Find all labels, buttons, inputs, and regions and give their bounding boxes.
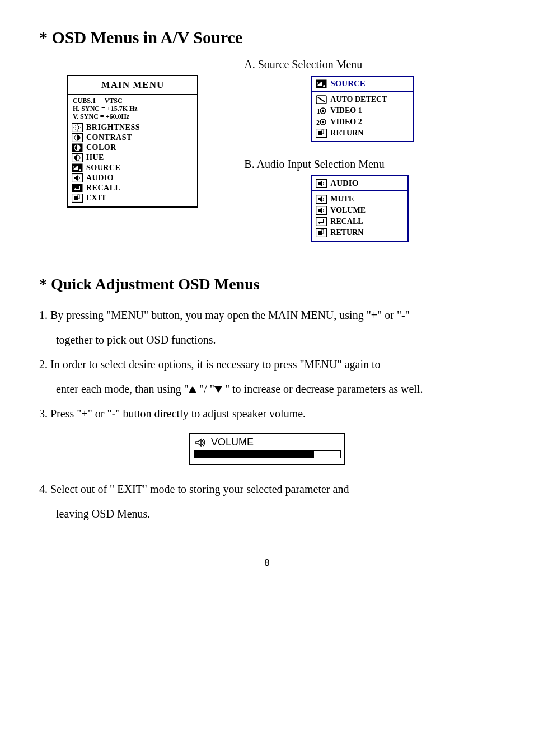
submenus-column: A. Source Selection Menu SOURCE AUTO DET…	[244, 58, 495, 242]
submenu-item-auto-detect[interactable]: AUTO DETECT	[316, 94, 410, 105]
audio-icon	[72, 173, 83, 182]
instr-1-line2: together to pick out OSD functions.	[39, 329, 495, 350]
submenu-item-label: VIDEO 1	[330, 106, 362, 115]
menu-item-label: EXIT	[86, 194, 106, 203]
main-menu-info: CUBS.1 = VTSC H. SYNC = +15.7K Hz V. SYN…	[72, 97, 194, 120]
menu-item-brightness[interactable]: BRIGHTNESS	[72, 123, 194, 133]
submenu-title: AUDIO	[330, 179, 358, 188]
submenu-a-box: SOURCE AUTO DETECT 1 VIDEO 1	[311, 76, 414, 142]
svg-rect-37	[322, 130, 324, 134]
page-number: 8	[39, 558, 495, 568]
up-triangle-icon	[189, 386, 196, 393]
video2-icon: 2	[316, 118, 327, 126]
hue-icon	[72, 153, 83, 162]
menu-item-exit[interactable]: EXIT	[72, 193, 194, 203]
menu-item-label: AUDIO	[86, 173, 114, 182]
volume-widget: VOLUME	[189, 433, 345, 465]
menu-item-color[interactable]: COLOR	[72, 143, 194, 153]
svg-point-29	[322, 110, 324, 112]
return-icon	[316, 129, 327, 138]
svg-text:1: 1	[317, 107, 320, 115]
recall-icon	[316, 217, 327, 226]
speaker-icon	[194, 438, 208, 447]
exit-icon	[72, 194, 83, 203]
section-heading-osd: * OSD Menus in A/V Source	[39, 28, 495, 47]
instructions-block: 1. By pressing "MENU" button, you may op…	[39, 304, 495, 524]
svg-rect-22	[78, 195, 79, 199]
svg-line-26	[318, 97, 325, 102]
menu-item-label: SOURCE	[86, 163, 120, 172]
volume-label: VOLUME	[211, 436, 254, 448]
submenu-item-label: RETURN	[330, 228, 363, 237]
color-icon	[72, 143, 83, 152]
svg-line-9	[74, 130, 76, 131]
video1-icon: 1	[316, 106, 327, 115]
volume-label-row: VOLUME	[194, 436, 340, 448]
down-triangle-icon	[214, 386, 222, 393]
menu-item-label: RECALL	[86, 184, 120, 192]
menu-item-contrast[interactable]: CONTRAST	[72, 133, 194, 143]
menu-item-hue[interactable]: HUE	[72, 153, 194, 163]
svg-marker-45	[189, 386, 196, 393]
submenu-item-label: VOLUME	[330, 206, 366, 215]
submenu-item-video1[interactable]: 1 VIDEO 1	[316, 105, 410, 116]
submenu-item-return-b[interactable]: RETURN	[316, 227, 404, 238]
submenu-item-label: RECALL	[330, 217, 363, 226]
submenu-item-return-a[interactable]: RETURN	[316, 128, 410, 139]
section-heading-quick: * Quick Adjustment OSD Menus	[39, 275, 495, 293]
audio-icon	[316, 179, 327, 188]
svg-rect-41	[316, 218, 327, 226]
svg-line-6	[74, 125, 76, 126]
main-menu-box: MAIN MENU CUBS.1 = VTSC H. SYNC = +15.7K…	[67, 75, 198, 208]
volume-icon	[316, 206, 327, 215]
main-menu-title: MAIN MENU	[68, 76, 197, 95]
instr-4-line1: 4. Select out of " EXIT" mode to storing…	[39, 478, 495, 500]
svg-point-17	[79, 169, 81, 171]
instr-2-line1: 2. In order to select desire options, it…	[39, 354, 495, 375]
submenu-b-caption: B. Audio Input Selection Menu	[244, 158, 495, 171]
auto-detect-icon	[316, 95, 327, 104]
submenu-b-box: AUDIO MUTE VOLUME	[311, 175, 409, 242]
brightness-icon	[72, 123, 83, 132]
submenu-b-header: AUDIO	[312, 176, 407, 191]
svg-point-1	[76, 126, 79, 129]
main-menu-column: MAIN MENU CUBS.1 = VTSC H. SYNC = +15.7K…	[39, 58, 244, 242]
menu-item-label: HUE	[86, 153, 104, 162]
submenu-item-label: VIDEO 2	[330, 118, 362, 126]
svg-line-8	[79, 125, 81, 126]
submenu-item-label: MUTE	[330, 195, 354, 204]
instr-3: 3. Press "+" or "-" button directly to a…	[39, 403, 495, 424]
svg-point-24	[323, 85, 325, 87]
menus-row: MAIN MENU CUBS.1 = VTSC H. SYNC = +15.7K…	[39, 58, 495, 242]
instr-4-line2: leaving OSD Menus.	[39, 503, 495, 524]
submenu-item-label: RETURN	[330, 129, 363, 138]
svg-rect-19	[72, 184, 83, 192]
submenu-item-label: AUTO DETECT	[330, 95, 387, 104]
contrast-icon	[72, 133, 83, 142]
mute-icon	[316, 195, 327, 204]
return-icon	[316, 228, 327, 237]
svg-point-33	[322, 121, 324, 123]
recall-icon	[72, 184, 83, 192]
menu-item-audio[interactable]: AUDIO	[72, 173, 194, 183]
menu-item-recall[interactable]: RECALL	[72, 183, 194, 193]
instr-2-line2: enter each mode, than using " "/ " " to …	[39, 378, 495, 400]
submenu-item-volume[interactable]: VOLUME	[316, 205, 404, 216]
submenu-item-mute[interactable]: MUTE	[316, 194, 404, 205]
submenu-item-recall-b[interactable]: RECALL	[316, 216, 404, 227]
menu-item-label: CONTRAST	[86, 133, 132, 142]
svg-marker-46	[214, 386, 222, 393]
main-menu-body: CUBS.1 = VTSC H. SYNC = +15.7K Hz V. SYN…	[68, 95, 197, 206]
menu-item-source[interactable]: SOURCE	[72, 163, 194, 173]
submenu-item-video2[interactable]: 2 VIDEO 2	[316, 116, 410, 128]
volume-bar-fill	[195, 451, 314, 458]
menu-item-label: COLOR	[86, 143, 116, 152]
svg-text:2: 2	[316, 119, 320, 126]
volume-bar[interactable]	[194, 450, 341, 458]
svg-rect-44	[322, 229, 324, 233]
svg-line-7	[79, 130, 81, 131]
submenu-title: SOURCE	[330, 79, 366, 88]
source-icon	[316, 79, 327, 88]
submenu-b-body: MUTE VOLUME RECALL	[312, 191, 407, 241]
submenu-a-body: AUTO DETECT 1 VIDEO 1 2 VIDEO 2	[312, 92, 413, 141]
